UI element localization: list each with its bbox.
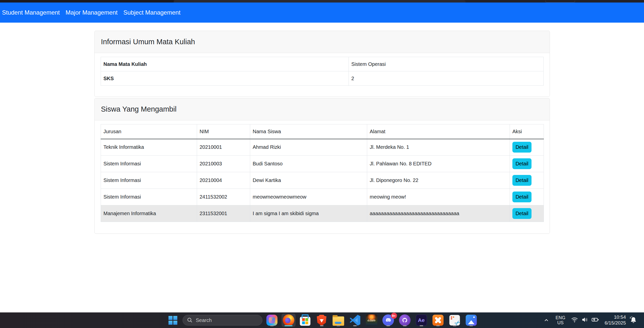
table-row: Sistem Informasi 20210004 Dewi Kartika J… [101,172,544,189]
photos-icon[interactable] [464,314,478,327]
course-name-value: Sistem Operasi [349,57,544,71]
tray-chevron-up-icon[interactable] [543,317,549,323]
region-code: US [557,320,563,325]
col-header-alamat: Alamat [367,124,510,139]
sks-label: SKS [101,71,349,86]
table-row: Sistem Informasi 2411532002 meowmeowmeow… [101,189,544,205]
language-code: ENG [555,315,565,320]
system-tray: ENG US 10:54 6/15/2025 [543,312,644,328]
cell-alamat: meowing meow! [367,189,510,205]
course-info-card: Informasi Umum Mata Kuliah Nama Mata Kul… [94,31,550,97]
scissors-icon [449,315,460,325]
table-row: Teknik Informatika 20210001 Ahmad Rizki … [101,139,544,156]
photos-logo [466,315,477,326]
cell-nim: 2311532001 [197,205,250,222]
table-row-highlighted: Manajemen Informatika 2311532001 I am si… [101,205,544,222]
cell-aksi: Detail [510,139,544,156]
table-row: SKS 2 [101,71,544,86]
vscode-logo [349,315,360,326]
top-navbar: Student Management Major Management Subj… [0,3,644,23]
vscode-icon[interactable] [348,314,362,327]
nav-subject-management[interactable]: Subject Management [123,9,180,16]
tray-time: 10:54 [614,314,626,320]
cell-nama: I am sigma I am skibidi sigma [250,205,367,222]
cell-jurusan: Sistem Informasi [101,189,197,205]
students-card: Siswa Yang Mengambil Jurusan NIM Nama Si… [94,98,550,234]
students-table: Jurusan NIM Nama Siswa Alamat Aksi Tekni… [101,124,544,222]
svg-text:z: z [631,316,632,317]
col-header-nama: Nama Siswa [250,124,367,139]
github-logo [399,314,410,326]
table-header-row: Jurusan NIM Nama Siswa Alamat Aksi [101,124,544,139]
browser-control-edge [545,1,575,3]
browser-strip-segment [0,0,174,3]
detail-button[interactable]: Detail [512,192,532,202]
store-logo [300,317,310,326]
volume-icon[interactable] [581,316,588,324]
taskbar-search-input[interactable]: Search [182,315,262,325]
course-card-title: Informasi Umum Mata Kuliah [95,31,550,53]
wifi-icon[interactable] [571,316,578,324]
language-indicator[interactable]: ENG US [555,315,565,325]
taskbar-apps: Search oJam 9+ [166,312,478,328]
discord-icon[interactable]: 9+ [381,314,395,327]
cell-nama: Ahmad Rizki [250,139,367,156]
cell-nim: 20210004 [197,172,250,189]
cell-nama: Budi Santoso [250,156,367,172]
xampp-icon[interactable] [431,314,445,327]
detail-button[interactable]: Detail [512,208,532,219]
windows-taskbar: Search oJam 9+ [0,312,644,328]
table-row: Nama Mata Kuliah Sistem Operasi [101,57,544,71]
taskbar-clock[interactable]: 10:54 6/15/2025 [604,314,626,326]
microsoft-store-icon[interactable] [298,314,312,327]
firefox-logo [283,314,294,326]
cell-aksi: Detail [510,156,544,172]
cell-jurusan: Sistem Informasi [101,172,197,189]
copilot-logo [266,315,277,326]
cell-nim: 20210001 [197,139,250,156]
cell-jurusan: Teknik Informatika [101,139,197,156]
notification-badge: 9+ [391,313,397,319]
start-button[interactable] [166,314,180,327]
tray-date: 6/15/2025 [604,320,626,326]
cell-alamat: Jl. Merdeka No. 1 [367,139,510,156]
file-explorer-icon[interactable] [331,314,345,327]
cell-nama: Dewi Kartika [250,172,367,189]
cell-jurusan: Manajemen Informatika [101,205,197,222]
cell-nama: meowmeowmeowmeow [250,189,367,205]
github-desktop-icon[interactable] [398,314,412,327]
col-header-aksi: Aksi [510,124,544,139]
sks-value: 2 [349,71,544,86]
xampp-logo [432,315,443,326]
course-info-table: Nama Mata Kuliah Sistem Operasi SKS 2 [101,57,544,86]
nav-major-management[interactable]: Major Management [66,9,118,16]
detail-button[interactable]: Detail [512,158,532,169]
brave-browser-icon[interactable] [315,314,329,327]
cell-aksi: Detail [510,205,544,222]
nav-student-management[interactable]: Student Management [2,9,60,16]
search-placeholder: Search [196,317,212,323]
battery-icon[interactable] [591,316,599,324]
ae-logo: Ae [416,315,427,326]
svg-text:z: z [630,316,631,319]
browser-tab-edge [174,0,466,3]
game-jam-icon[interactable]: oJam [364,314,378,327]
course-name-label: Nama Mata Kuliah [101,57,349,71]
after-effects-icon[interactable]: Ae [414,314,428,327]
browser-top-strip [0,0,644,3]
students-card-title: Siswa Yang Mengambil [95,98,550,120]
notification-bell-icon[interactable]: z z [629,316,637,325]
cell-nim: 2411532002 [197,189,250,205]
cell-aksi: Detail [510,172,544,189]
snipping-tool-icon[interactable] [447,314,462,327]
brave-logo [317,315,327,326]
windows-logo-icon [169,316,177,325]
firefox-icon[interactable] [281,314,295,327]
detail-button[interactable]: Detail [512,175,532,186]
col-header-nim: NIM [197,124,250,139]
detail-button[interactable]: Detail [512,142,532,153]
cell-nim: 20210003 [197,156,250,172]
copilot-icon[interactable] [265,314,279,327]
cell-alamat: Jl. Pahlawan No. 8 EDITED [367,156,510,172]
cell-alamat: Jl. Diponegoro No. 22 [367,172,510,189]
